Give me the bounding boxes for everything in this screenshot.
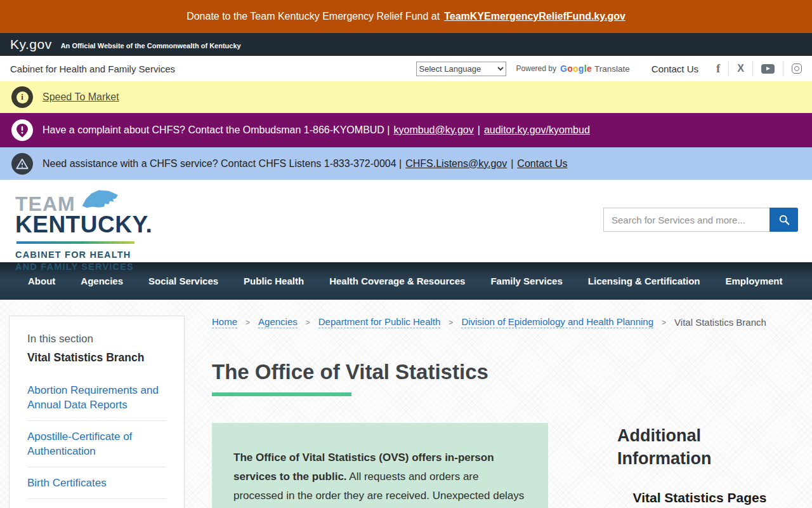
breadcrumb-agencies[interactable]: Agencies <box>258 316 298 328</box>
ovs-callout: The Office of Vital Statistics (OVS) off… <box>212 423 548 508</box>
sidebar-link-apostille[interactable]: Apostille-Certificate of Authentication <box>27 431 132 457</box>
additional-info-heading: Additional Information <box>617 424 776 470</box>
youtube-icon[interactable] <box>761 64 775 74</box>
nav-item-licensing[interactable]: Licensing & Certification <box>575 276 713 286</box>
sidebar-list: Abortion Requirements and Annual Data Re… <box>27 375 166 508</box>
divider <box>783 61 783 76</box>
nav-item-social-services[interactable]: Social Services <box>136 276 231 286</box>
kygov-brand[interactable]: Ky.gov <box>10 37 52 52</box>
kentucky-state-shape <box>81 189 120 213</box>
breadcrumb-home[interactable]: Home <box>212 316 237 328</box>
site-name: Cabinet for Health and Family Services <box>10 64 175 74</box>
sidebar-label: In this section <box>27 333 166 345</box>
alert-ombudsman: Have a complaint about CHFS? Contact the… <box>0 113 812 147</box>
utility-right: Select Language Powered by Google Transl… <box>416 61 802 76</box>
search-button[interactable] <box>769 208 798 232</box>
ombudsman-text: Have a complaint about CHFS? Contact the… <box>43 124 390 136</box>
vital-statistics-pages-heading: Vital Statistics Pages <box>614 490 785 505</box>
donate-banner: Donate to the Team Kentucky Emergency Re… <box>0 0 812 33</box>
x-icon[interactable]: X <box>737 63 744 74</box>
logo-cabinet-line1: CABINET FOR HEALTH <box>15 249 152 262</box>
breadcrumb: Home > Agencies > Department for Public … <box>212 316 766 328</box>
google-logo: Google <box>560 64 592 74</box>
sidebar-item: Birth Certificates <box>27 467 166 499</box>
chfs-listens-email-link[interactable]: CHFS.Listens@ky.gov <box>405 158 507 170</box>
breadcrumb-public-health[interactable]: Department for Public Health <box>318 316 441 328</box>
sidebar-section-title: Vital Statistics Branch <box>27 351 166 364</box>
chfs-listens-text: Need assistance with a CHFS service? Con… <box>43 158 402 170</box>
sidebar-item: Apostille-Certificate of Authentication <box>27 421 166 467</box>
sidebar-item: Abortion Requirements and Annual Data Re… <box>27 375 166 421</box>
contact-us-link[interactable]: Contact Us <box>652 64 698 74</box>
team-kentucky-logo[interactable]: TEAM KENTUCKY. CABINET FOR HEALTH AND FA… <box>15 189 152 274</box>
logo-kentucky-text: KENTUCKY. <box>15 213 152 237</box>
nav-item-health-coverage[interactable]: Health Coverage & Resources <box>317 276 478 286</box>
breadcrumb-current: Vital Statistics Branch <box>674 317 766 328</box>
sidebar-link-abortion-reports[interactable]: Abortion Requirements and Annual Data Re… <box>27 384 159 411</box>
ombudsman-email-link[interactable]: kyombud@ky.gov <box>394 124 474 136</box>
pin-exclamation-icon <box>11 119 33 141</box>
social-links: f X <box>716 61 802 76</box>
translate-label[interactable]: Translate <box>594 64 630 74</box>
sidebar-link-birth-certificates[interactable]: Birth Certificates <box>27 477 107 489</box>
language-select[interactable]: Select Language <box>416 62 506 76</box>
page-body: Home > Agencies > Department for Public … <box>0 300 812 508</box>
donate-banner-text: Donate to the Team Kentucky Emergency Re… <box>187 11 440 22</box>
alert-chfs-listens: Need assistance with a CHFS service? Con… <box>0 147 812 180</box>
sidebar-item: Certificate Purchase Options <box>27 499 166 508</box>
speed-to-market-link[interactable]: Speed To Market <box>43 91 119 103</box>
search-icon <box>778 214 790 225</box>
breadcrumb-epidemiology[interactable]: Division of Epidemiology and Health Plan… <box>461 316 653 328</box>
official-bar: Ky.gov An Official Website of the Common… <box>0 33 812 56</box>
nav-item-family-services[interactable]: Family Services <box>478 276 575 286</box>
site-search <box>603 208 798 232</box>
facebook-icon[interactable]: f <box>716 62 720 76</box>
warning-triangle-icon <box>11 153 33 175</box>
search-input[interactable] <box>603 208 769 232</box>
page-title: The Office of Vital Statistics <box>212 360 488 384</box>
logo-cabinet-line2: AND FAMILY SERVICES <box>15 261 152 274</box>
section-sidebar: In this section Vital Statistics Branch … <box>9 316 185 508</box>
info-icon: i <box>11 86 33 108</box>
auditor-link[interactable]: auditor.ky.gov/kyombud <box>484 124 590 136</box>
title-accent-bar <box>212 392 351 396</box>
donate-banner-link[interactable]: TeamKYEmergencyReliefFund.ky.gov <box>444 11 625 22</box>
nav-item-about[interactable]: About <box>15 276 68 286</box>
logo-gradient-bar <box>16 241 134 244</box>
nav-item-employment[interactable]: Employment <box>713 276 796 286</box>
utility-bar: Cabinet for Health and Family Services S… <box>0 56 812 81</box>
powered-by-label: Powered by <box>516 64 556 73</box>
official-tagline: An Official Website of the Commonwealth … <box>61 42 241 50</box>
nav-item-agencies[interactable]: Agencies <box>68 276 136 286</box>
divider <box>752 61 753 76</box>
instagram-icon[interactable] <box>792 64 802 74</box>
header-logo-section: TEAM KENTUCKY. CABINET FOR HEALTH AND FA… <box>0 180 812 262</box>
chfs-contact-us-link[interactable]: Contact Us <box>517 158 567 170</box>
logo-team-text: TEAM <box>15 196 75 213</box>
nav-item-public-health[interactable]: Public Health <box>231 276 317 286</box>
alert-speed-to-market: i Speed To Market <box>0 81 812 113</box>
divider <box>728 61 729 76</box>
